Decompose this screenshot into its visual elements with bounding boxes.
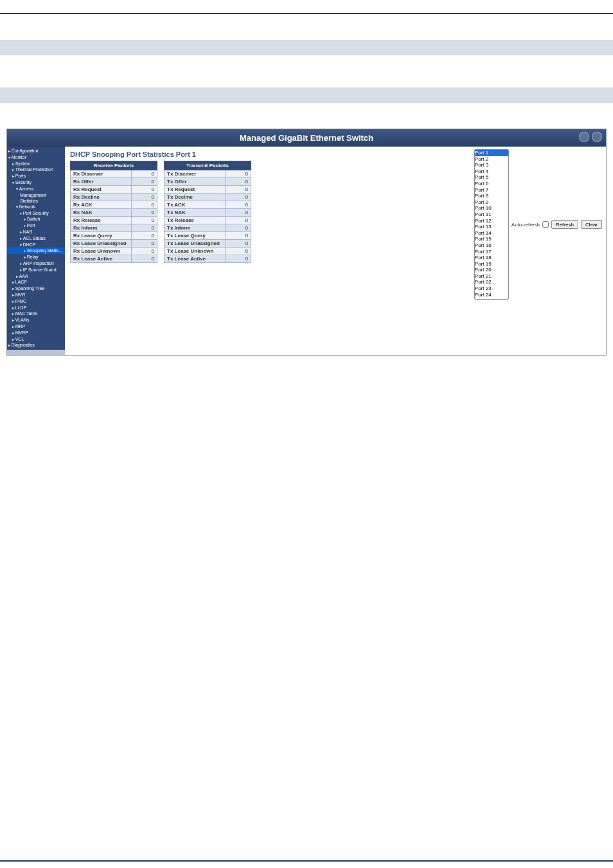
sidebar-item[interactable]: Ports xyxy=(7,173,65,179)
app-title-bar: Managed GigaBit Ethernet Switch xyxy=(7,129,606,147)
app-window: Managed GigaBit Ethernet Switch Configur… xyxy=(6,129,607,356)
transmit-table: Transmit Packets Tx Discover0Tx Offer0Tx… xyxy=(164,161,251,263)
stat-value: 0 xyxy=(132,224,157,232)
sidebar-item[interactable]: LLDP xyxy=(7,305,65,311)
sidebar-item[interactable]: VCL xyxy=(7,336,65,343)
section-banner xyxy=(0,87,613,103)
table-row: Tx Inform0 xyxy=(164,224,251,232)
sidebar-item[interactable]: Management xyxy=(7,192,65,198)
stat-label: Tx Lease Unassigned xyxy=(164,240,226,248)
stat-label: Tx Discover xyxy=(164,170,226,178)
table-row: Rx Request0 xyxy=(71,186,157,194)
sidebar-item[interactable]: Relay xyxy=(7,254,65,260)
auto-refresh-label: Auto-refresh xyxy=(511,222,540,228)
sidebar-item[interactable]: Access xyxy=(7,186,65,192)
port-select[interactable]: Port 1Port 2Port 3Port 4Port 5Port 6Port… xyxy=(474,149,509,300)
clear-button[interactable]: Clear xyxy=(581,220,602,229)
stat-value: 0 xyxy=(132,178,157,186)
stat-value: 0 xyxy=(226,255,251,263)
sidebar-item[interactable]: AAA xyxy=(7,273,65,280)
stat-value: 0 xyxy=(132,255,157,263)
sidebar-item[interactable]: Statistics xyxy=(7,198,65,204)
sidebar-item[interactable]: System xyxy=(7,161,65,167)
sidebar-item[interactable]: Snooping Statistics xyxy=(7,248,65,254)
sidebar-item[interactable]: Security xyxy=(7,179,65,186)
nav-sidebar: ConfigurationMonitorSystemThermal Protec… xyxy=(7,147,65,355)
receive-header: Receive Packets xyxy=(71,161,157,170)
sidebar-item[interactable]: ACL Status xyxy=(7,235,65,242)
table-row: Tx Lease Unassigned0 xyxy=(164,240,251,248)
stat-value: 0 xyxy=(226,248,251,255)
stat-label: Rx NAK xyxy=(71,209,132,217)
sidebar-item[interactable]: MVR xyxy=(7,292,65,298)
logo-icon xyxy=(579,132,589,142)
section-banner xyxy=(0,40,613,55)
refresh-button[interactable]: Refresh xyxy=(551,220,578,229)
table-row: Tx Lease Query0 xyxy=(164,232,251,240)
table-row: Tx Request0 xyxy=(164,186,251,194)
sidebar-item[interactable]: Port xyxy=(7,222,65,229)
sidebar-item[interactable]: LACP xyxy=(7,279,65,285)
stat-label: Rx Release xyxy=(71,217,132,224)
table-row: Tx NAK0 xyxy=(164,209,251,217)
sidebar-item[interactable]: Monitor xyxy=(7,154,65,161)
sidebar-item[interactable]: ARP Inspection xyxy=(7,260,65,267)
table-row: Rx ACK0 xyxy=(71,201,157,209)
stat-value: 0 xyxy=(132,240,157,248)
sidebar-item[interactable]: MAC Table xyxy=(7,311,65,317)
stat-label: Tx NAK xyxy=(164,209,226,217)
stat-value: 0 xyxy=(226,186,251,194)
table-row: Rx Lease Unassigned0 xyxy=(71,240,157,248)
stat-label: Tx Lease Active xyxy=(164,255,226,263)
sidebar-item[interactable]: Switch xyxy=(7,216,65,222)
sidebar-item[interactable]: Thermal Protection xyxy=(7,167,65,173)
stat-value: 0 xyxy=(226,217,251,224)
table-row: Tx Lease Unknown0 xyxy=(164,248,251,255)
sidebar-item[interactable]: VLANs xyxy=(7,317,65,323)
stat-label: Rx ACK xyxy=(71,201,132,209)
table-row: Rx Inform0 xyxy=(71,224,157,232)
table-row: Rx Lease Active0 xyxy=(71,255,157,263)
sidebar-item[interactable]: Configuration xyxy=(7,148,65,154)
stat-value: 0 xyxy=(132,217,157,224)
stat-label: Rx Lease Query xyxy=(71,232,132,240)
stat-value: 0 xyxy=(226,240,251,248)
stat-value: 0 xyxy=(226,232,251,240)
auto-refresh-checkbox[interactable] xyxy=(542,221,549,228)
transmit-header: Transmit Packets xyxy=(164,161,251,170)
stat-value: 0 xyxy=(132,170,157,178)
stat-value: 0 xyxy=(132,232,157,240)
sidebar-item[interactable]: Diagnostics xyxy=(7,342,65,348)
stat-label: Rx Request xyxy=(71,186,132,194)
sidebar-item[interactable]: NAS xyxy=(7,229,65,235)
sidebar-item[interactable]: MRP xyxy=(7,323,65,330)
sidebar-item[interactable]: MVRP xyxy=(7,330,65,336)
sidebar-scrollbar[interactable] xyxy=(7,350,65,355)
sidebar-item[interactable]: DHCP xyxy=(7,242,65,248)
stat-label: Rx Offer xyxy=(71,178,132,186)
toolbar: Port 1Port 2Port 3Port 4Port 5Port 6Port… xyxy=(474,149,602,300)
stat-label: Tx Request xyxy=(164,186,226,194)
table-row: Rx Decline0 xyxy=(71,194,157,201)
stat-value: 0 xyxy=(226,201,251,209)
table-row: Tx Decline0 xyxy=(164,194,251,201)
stat-value: 0 xyxy=(226,209,251,217)
app-title: Managed GigaBit Ethernet Switch xyxy=(240,133,373,143)
table-row: Rx Release0 xyxy=(71,217,157,224)
help-icon[interactable] xyxy=(592,132,602,142)
stat-label: Rx Lease Unassigned xyxy=(71,240,132,248)
stat-label: Tx Decline xyxy=(164,194,226,201)
table-row: Rx Lease Unknown0 xyxy=(71,248,157,255)
table-row: Tx Release0 xyxy=(164,217,251,224)
stat-value: 0 xyxy=(226,194,251,201)
stat-value: 0 xyxy=(132,209,157,217)
stat-value: 0 xyxy=(226,178,251,186)
sidebar-item[interactable]: Port Security xyxy=(7,210,65,217)
sidebar-item[interactable]: Spanning Tree xyxy=(7,285,65,292)
sidebar-item[interactable]: IP Source Guard xyxy=(7,267,65,273)
stat-label: Rx Lease Unknown xyxy=(71,248,132,255)
page-rule-top xyxy=(0,13,613,14)
sidebar-item[interactable]: IPMC xyxy=(7,298,65,305)
sidebar-item[interactable]: Network xyxy=(7,204,65,210)
stat-label: Rx Decline xyxy=(71,194,132,201)
